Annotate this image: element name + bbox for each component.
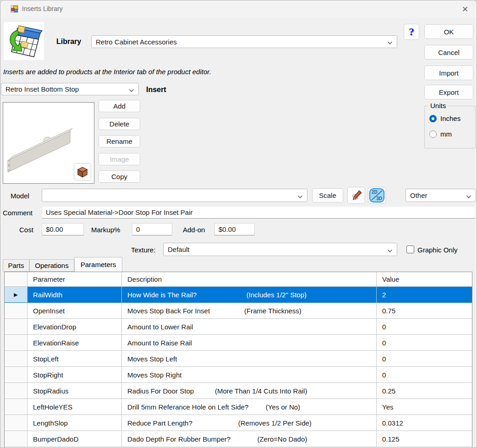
table-row[interactable]: StopRadius Radius For Door Stop (More Th… xyxy=(5,383,472,399)
param-cell[interactable]: RailWidth xyxy=(27,287,122,303)
close-button[interactable]: ✕ xyxy=(458,3,472,15)
table-row[interactable]: StopRight Moves Stop Right 0 xyxy=(5,367,472,383)
param-cell[interactable]: ElevationDrop xyxy=(27,319,122,335)
library-icon-box xyxy=(4,22,44,60)
value-cell[interactable]: 0.75 xyxy=(377,303,472,319)
addon-label: Add-on xyxy=(183,226,205,234)
toggle-2d-3d-button[interactable]: 2D 3D xyxy=(368,187,386,204)
desc-cell[interactable]: Amount to Lower Rail xyxy=(122,319,377,335)
value-cell[interactable]: 0 xyxy=(377,335,472,351)
desc-cell[interactable]: Amount to Raise Rail xyxy=(122,335,377,351)
param-cell[interactable]: BumperDadoD xyxy=(27,431,122,447)
desc-cell[interactable]: Dado Depth For Rubber Bumper? (Zero=No D… xyxy=(122,431,377,447)
param-cell[interactable]: StopRight xyxy=(27,367,122,383)
value-cell[interactable]: 0.25 xyxy=(377,383,472,399)
inserts-library-dialog: Inserts Library ✕ Library Retro Cabinet … xyxy=(0,0,477,448)
value-cell[interactable]: 0 xyxy=(377,319,472,335)
row-selector[interactable] xyxy=(5,383,27,399)
texture-select[interactable]: Default xyxy=(163,243,397,256)
2d-3d-icon: 2D 3D xyxy=(369,188,384,202)
category-select[interactable]: Other xyxy=(406,189,476,202)
row-selector[interactable] xyxy=(5,351,27,367)
value-cell[interactable]: Yes xyxy=(377,399,472,415)
row-selector[interactable] xyxy=(5,367,27,383)
desc-cell[interactable]: Moves Stop Back For Inset (Frame Thickne… xyxy=(122,303,377,319)
delete-button[interactable]: Delete xyxy=(99,118,140,130)
row-selector[interactable] xyxy=(5,335,27,351)
desc-cell[interactable]: Moves Stop Right xyxy=(122,367,377,383)
cube-icon xyxy=(76,165,89,178)
add-button[interactable]: Add xyxy=(99,100,140,112)
markup-label: Markup% xyxy=(91,226,120,234)
desc-cell[interactable]: Reduce Part Length? (Removes 1/2 Per Sid… xyxy=(122,415,377,431)
row-selector[interactable] xyxy=(5,399,27,415)
desc-cell[interactable]: How Wide is The Rail? (Includes 1/2" Sto… xyxy=(122,287,377,303)
tab-operations[interactable]: Operations xyxy=(29,259,74,272)
graphic-only-checkbox[interactable] xyxy=(406,246,414,253)
units-label: Units xyxy=(428,102,448,109)
row-selector[interactable] xyxy=(5,303,27,319)
comment-input[interactable]: Uses Special Material->Door Stop For Ins… xyxy=(42,206,476,219)
param-cell[interactable]: OpenInset xyxy=(27,303,122,319)
desc-cell[interactable]: Radius For Door Stop (More Than 1/4 Cuts… xyxy=(122,383,377,399)
insert-label: Insert xyxy=(146,86,166,94)
insert-select[interactable]: Retro Inset Bottom Stop xyxy=(1,83,139,95)
radio-inches-label: Inches xyxy=(440,115,461,122)
markup-input[interactable]: 0 xyxy=(132,223,172,235)
table-row[interactable]: ElevationRaise Amount to Raise Rail 0 xyxy=(5,335,472,351)
chevron-down-icon xyxy=(387,38,393,46)
param-cell[interactable]: LengthSlop xyxy=(27,415,122,431)
value-cell[interactable]: 0 xyxy=(377,351,472,367)
import-button[interactable]: Import xyxy=(424,66,473,80)
row-selector[interactable] xyxy=(5,431,27,447)
model-select[interactable] xyxy=(42,189,307,202)
copy-button[interactable]: Copy xyxy=(99,170,140,183)
tab-parameters[interactable]: Parameters xyxy=(74,257,122,272)
library-label: Library xyxy=(56,38,81,46)
units-groupbox: Units Inches mm xyxy=(424,106,476,148)
radio-inches[interactable]: Inches xyxy=(429,115,461,122)
rename-button[interactable]: Rename xyxy=(99,135,140,148)
value-cell[interactable]: 2 xyxy=(377,287,472,303)
row-selector[interactable] xyxy=(5,319,27,335)
library-select[interactable]: Retro Cabinet Accessories xyxy=(91,35,397,48)
value-cell[interactable]: 0.0312 xyxy=(377,415,472,431)
title-bar: Inserts Library ✕ xyxy=(0,0,477,18)
scale-button[interactable]: Scale xyxy=(312,188,343,202)
view-3d-button[interactable] xyxy=(74,163,91,180)
cost-input[interactable]: $0.00 xyxy=(42,223,84,235)
desc-cell[interactable]: Drill 5mm Referance Hole on Left Side? (… xyxy=(122,399,377,415)
texture-value: Default xyxy=(168,246,190,253)
table-row[interactable]: ▶ RailWidth How Wide is The Rail? (Inclu… xyxy=(5,287,472,303)
table-row[interactable]: OpenInset Moves Stop Back For Inset (Fra… xyxy=(5,303,472,319)
tab-parts[interactable]: Parts xyxy=(3,259,29,272)
row-selector[interactable]: ▶ xyxy=(5,287,27,303)
value-cell[interactable]: 0.125 xyxy=(377,431,472,447)
help-button[interactable]: ? xyxy=(404,24,419,40)
param-cell[interactable]: StopLeft xyxy=(27,351,122,367)
col-description: Description xyxy=(122,272,377,287)
param-cell[interactable]: StopRadius xyxy=(27,383,122,399)
insert-preview xyxy=(3,102,94,184)
edit-model-button[interactable] xyxy=(347,187,365,204)
chevron-down-icon xyxy=(129,86,134,93)
chevron-down-icon xyxy=(466,192,472,200)
param-cell[interactable]: LeftHoleYES xyxy=(27,399,122,415)
radio-mm[interactable]: mm xyxy=(429,130,452,138)
cancel-button[interactable]: Cancel xyxy=(424,45,473,60)
category-value: Other xyxy=(410,191,428,199)
addon-input[interactable]: $0.00 xyxy=(214,223,255,235)
chevron-down-icon xyxy=(297,192,303,200)
ok-button[interactable]: OK xyxy=(424,24,473,39)
value-cell[interactable]: 0 xyxy=(377,367,472,383)
row-selector[interactable] xyxy=(5,415,27,431)
table-row[interactable]: StopLeft Moves Stop Left 0 xyxy=(5,351,472,367)
table-row[interactable]: BumperDadoD Dado Depth For Rubber Bumper… xyxy=(5,431,472,447)
table-row[interactable]: LengthSlop Reduce Part Length? (Removes … xyxy=(5,415,472,431)
table-row[interactable]: LeftHoleYES Drill 5mm Referance Hole on … xyxy=(5,399,472,415)
desc-cell[interactable]: Moves Stop Left xyxy=(122,351,377,367)
export-button[interactable]: Export xyxy=(424,85,473,99)
table-row[interactable]: ElevationDrop Amount to Lower Rail 0 xyxy=(5,319,472,335)
radio-mm-label: mm xyxy=(440,130,452,138)
param-cell[interactable]: ElevationRaise xyxy=(27,335,122,351)
